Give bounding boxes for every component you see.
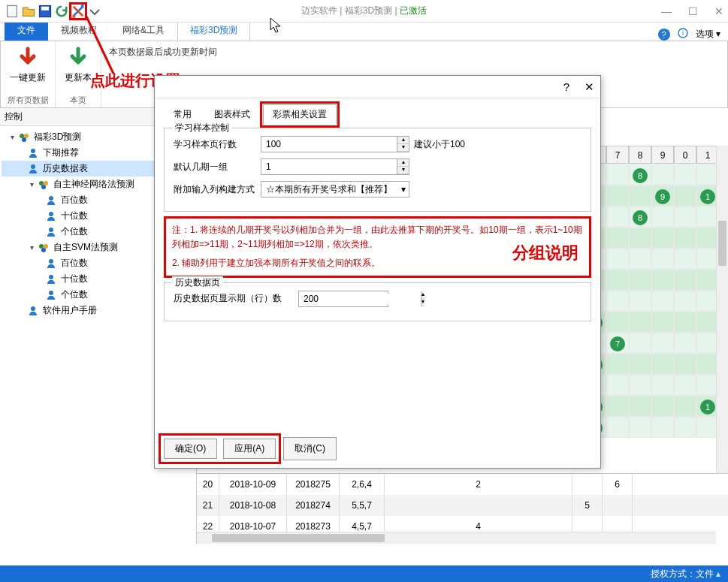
hist-rows-input[interactable]: ▴▾ [298,291,388,307]
help-icon[interactable]: ? [658,29,670,41]
group-desc-label: 分组说明 [512,240,578,266]
grid-header-cell: 8 [629,146,651,164]
svg-text:i: i [682,29,684,37]
svg-point-23 [49,291,53,295]
grid-cell [629,228,651,249]
svg-point-16 [49,212,53,216]
group-n-input[interactable]: ▴▾ [261,158,409,175]
maximize-button[interactable]: ☐ [688,5,698,17]
person-icon [45,289,57,301]
qat-save-icon[interactable] [38,4,53,19]
grid-cell [606,375,629,396]
status-bar: 授权方式：文件 ▴ [0,565,728,582]
grid-cell [651,228,674,249]
minimize-button[interactable]: — [661,5,672,17]
svg-rect-0 [8,5,17,17]
grid-cell [651,417,674,438]
ribbon-tab-fc3d[interactable]: 福彩3D预测 [177,20,250,41]
hint-row-count: 建议小于100 [414,138,465,151]
grid-cell [674,228,696,249]
grid-cell [606,228,629,249]
svg-point-14 [41,185,46,189]
person-icon [45,210,57,222]
grid-header-cell: 0 [674,146,696,164]
grid-cell [674,270,696,291]
fieldset-learn: 学习样本控制 学习样本页行数 ▴▾ 建议小于100 默认几期一组 ▴▾ 附加输入… [164,128,591,212]
label-group-n: 默认几期一组 [174,161,256,173]
grid-cell [651,164,674,185]
grid-cell [651,354,674,375]
options-button[interactable]: 选项 ▾ [696,28,720,41]
chevron-down-icon: ▾ [401,184,406,195]
grid-cell [606,354,629,375]
ok-button[interactable]: 确定(O) [164,439,217,459]
group-icon [38,242,50,254]
info-icon[interactable]: i [678,28,688,41]
qat-settings-icon[interactable] [71,4,86,19]
grid-cell [674,396,696,417]
grid-cell [606,291,629,312]
grid-cell: 8 [629,207,651,228]
svg-point-8 [24,134,29,138]
spin-down-icon[interactable]: ▾ [397,167,409,174]
apply-button[interactable]: 应用(A) [223,439,276,459]
grid-cell [674,249,696,270]
ribbon-tab-video[interactable]: 视频教程 [48,20,110,41]
qat-dropdown-icon[interactable] [87,4,102,19]
grid-cell [606,207,629,228]
cancel-button[interactable]: 取消(C) [283,437,337,460]
qat-refresh-icon[interactable] [54,4,69,19]
svg-point-19 [44,244,48,249]
svg-point-20 [41,248,46,252]
grid-cell [674,164,696,185]
grid-cell [651,207,674,228]
row-count-input[interactable]: ▴▾ [261,136,409,152]
grid-cell [606,249,629,270]
svg-point-7 [20,134,24,138]
horizontal-scrollbar[interactable] [197,532,716,544]
person-icon [45,258,57,270]
fieldset-history: 历史数据页 历史数据页显示期（行）数 ▴▾ [164,282,591,321]
person-icon [27,163,39,175]
dialog-tab-lottery[interactable]: 彩票相关设置 [263,104,337,125]
grid-cell [674,291,696,312]
grid-cell [651,291,674,312]
grid-cell [606,417,629,438]
group-icon [18,131,30,143]
grid-cell [674,207,696,228]
qat-new-icon[interactable] [5,4,20,19]
grid-cell [606,164,629,185]
grid-cell [629,333,651,354]
grid-cell: 9 [651,185,674,207]
settings-dialog: ? ✕ 常用 图表样式 彩票相关设置 学习样本控制 学习样本页行数 ▴▾ 建议小… [154,75,601,469]
grid-cell [629,291,651,312]
close-button[interactable]: ✕ [714,5,723,17]
qat-open-icon[interactable] [21,4,36,19]
grid-cell [651,333,674,354]
grid-cell [651,375,674,396]
vertical-scrollbar[interactable] [716,146,728,473]
grid-cell [629,375,651,396]
spin-down-icon[interactable]: ▾ [421,299,424,306]
label-row-count: 学习样本页行数 [174,138,256,151]
grid-cell [674,185,696,207]
person-icon [45,273,57,285]
person-icon [27,147,39,159]
person-icon [45,195,57,207]
table-row[interactable]: 212018-10-0820182745,5,75 [197,495,728,516]
grid-cell [606,185,629,207]
aux-select[interactable]: ☆本期所有开奖号求和【推荐】▾ [261,181,409,198]
grid-cell [674,417,696,438]
dialog-help-icon[interactable]: ? [563,80,569,93]
grid-cell [606,312,629,333]
svg-point-24 [31,306,35,311]
grid-cell [629,270,651,291]
dialog-close-icon[interactable]: ✕ [585,80,594,94]
one-key-update-button[interactable]: 一键更新 [7,44,49,86]
spin-down-icon[interactable]: ▾ [397,144,409,152]
grid-cell [629,396,651,417]
ribbon-tab-tools[interactable]: 网络&工具 [110,20,177,41]
svg-point-17 [49,228,53,232]
ribbon-tab-file[interactable]: 文件 [5,20,48,41]
table-row[interactable]: 202018-10-0920182752,6,426 [197,474,728,495]
